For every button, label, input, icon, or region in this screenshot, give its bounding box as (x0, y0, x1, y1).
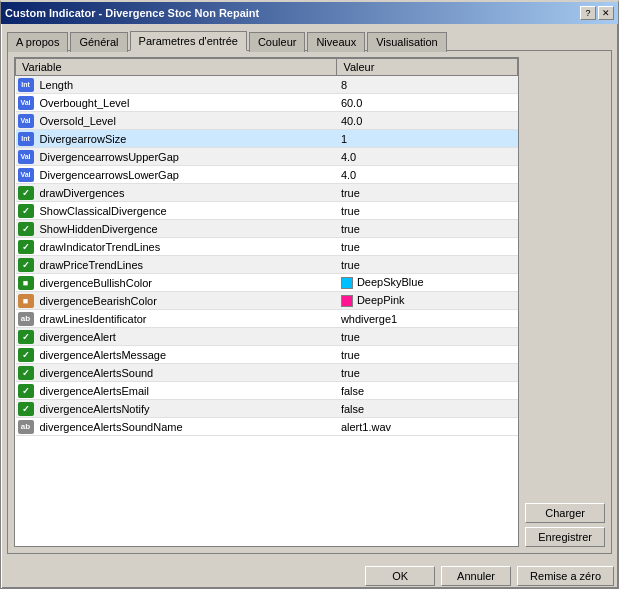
param-value[interactable]: whdiverge1 (337, 310, 518, 328)
row-icon: ✓ (18, 222, 34, 236)
row-icon: ✓ (18, 258, 34, 272)
param-name: ShowClassicalDivergence (36, 202, 337, 220)
right-panel: Charger Enregistrer (525, 57, 605, 547)
param-value[interactable]: true (337, 256, 518, 274)
param-value-text: whdiverge1 (341, 313, 397, 325)
param-name: divergenceAlertsEmail (36, 382, 337, 400)
row-icon: Val (18, 114, 34, 128)
annuler-button[interactable]: Annuler (441, 566, 511, 586)
icon-cell: ✓ (16, 238, 36, 256)
param-name: divergenceAlertsSound (36, 364, 337, 382)
param-value[interactable]: alert1.wav (337, 418, 518, 436)
icon-cell: ✓ (16, 328, 36, 346)
row-icon: ✓ (18, 240, 34, 254)
param-value-text: 40.0 (341, 115, 362, 127)
charger-button[interactable]: Charger (525, 503, 605, 523)
param-value[interactable]: true (337, 184, 518, 202)
params-table: Variable Valeur IntLength8ValOverbought_… (15, 58, 518, 436)
param-value-text: true (341, 223, 360, 235)
enregistrer-button[interactable]: Enregistrer (525, 527, 605, 547)
param-value[interactable]: true (337, 328, 518, 346)
param-value[interactable]: true (337, 220, 518, 238)
remise-button[interactable]: Remise a zéro (517, 566, 614, 586)
param-value[interactable]: true (337, 202, 518, 220)
tab-parametres[interactable]: Parametres d'entrée (130, 31, 247, 51)
param-value-text: DeepPink (357, 294, 405, 306)
icon-cell: ✓ (16, 184, 36, 202)
color-swatch (341, 277, 353, 289)
param-value[interactable]: false (337, 400, 518, 418)
row-icon: ✓ (18, 204, 34, 218)
icon-cell: ✓ (16, 220, 36, 238)
param-value[interactable]: DeepPink (337, 292, 518, 310)
param-value[interactable]: 4.0 (337, 148, 518, 166)
param-value[interactable]: 4.0 (337, 166, 518, 184)
param-value-text: true (341, 259, 360, 271)
param-value[interactable]: 8 (337, 76, 518, 94)
title-controls: ? ✕ (580, 6, 614, 20)
icon-cell: ✓ (16, 256, 36, 274)
param-name: divergenceAlertsMessage (36, 346, 337, 364)
icon-cell: ✓ (16, 346, 36, 364)
ok-button[interactable]: OK (365, 566, 435, 586)
param-value[interactable]: false (337, 382, 518, 400)
row-icon: Int (18, 132, 34, 146)
col-variable-header: Variable (16, 59, 337, 76)
col-valeur-header: Valeur (337, 59, 518, 76)
param-name: Length (36, 76, 337, 94)
param-name: DivergencearrowsUpperGap (36, 148, 337, 166)
param-name: drawDivergences (36, 184, 337, 202)
param-value[interactable]: true (337, 346, 518, 364)
param-value-text: true (341, 241, 360, 253)
param-value[interactable]: 1 (337, 130, 518, 148)
icon-cell: ■ (16, 292, 36, 310)
param-name: divergenceAlertsNotify (36, 400, 337, 418)
param-value-text: DeepSkyBlue (357, 276, 424, 288)
title-bar: Custom Indicator - Divergence Stoc Non R… (1, 2, 618, 24)
param-value[interactable]: DeepSkyBlue (337, 274, 518, 292)
param-value-text: 4.0 (341, 151, 356, 163)
tab-apropos[interactable]: A propos (7, 32, 68, 52)
param-value[interactable]: 60.0 (337, 94, 518, 112)
param-name: divergenceBearishColor (36, 292, 337, 310)
params-table-container[interactable]: Variable Valeur IntLength8ValOverbought_… (14, 57, 519, 547)
row-icon: Val (18, 96, 34, 110)
tab-panel: Variable Valeur IntLength8ValOverbought_… (7, 50, 612, 554)
param-value-text: 4.0 (341, 169, 356, 181)
param-name: drawLinesIdentificator (36, 310, 337, 328)
close-button[interactable]: ✕ (598, 6, 614, 20)
bottom-bar: OK Annuler Remise a zéro (1, 560, 618, 588)
param-name: DivergencearrowsLowerGap (36, 166, 337, 184)
tab-couleur[interactable]: Couleur (249, 32, 306, 52)
param-name: divergenceBullishColor (36, 274, 337, 292)
icon-cell: Int (16, 76, 36, 94)
icon-cell: ✓ (16, 364, 36, 382)
row-icon: ab (18, 312, 34, 326)
param-value-text: true (341, 349, 360, 361)
param-name: Overbought_Level (36, 94, 337, 112)
tab-general[interactable]: Général (70, 32, 127, 52)
window-content: A propos Général Parametres d'entrée Cou… (1, 24, 618, 560)
tab-bar: A propos Général Parametres d'entrée Cou… (7, 30, 612, 50)
param-name: divergenceAlert (36, 328, 337, 346)
param-value[interactable]: 40.0 (337, 112, 518, 130)
row-icon: ✓ (18, 330, 34, 344)
param-value-text: false (341, 385, 364, 397)
row-icon: ✓ (18, 384, 34, 398)
help-button[interactable]: ? (580, 6, 596, 20)
tab-visualisation[interactable]: Visualisation (367, 32, 447, 52)
row-icon: ✓ (18, 402, 34, 416)
tab-niveaux[interactable]: Niveaux (307, 32, 365, 52)
param-name: Oversold_Level (36, 112, 337, 130)
icon-cell: Val (16, 166, 36, 184)
param-value[interactable]: true (337, 364, 518, 382)
row-icon: ■ (18, 294, 34, 308)
row-icon: Int (18, 78, 34, 92)
param-value-text: 60.0 (341, 97, 362, 109)
icon-cell: ✓ (16, 382, 36, 400)
param-name: DivergearrowSize (36, 130, 337, 148)
param-name: divergenceAlertsSoundName (36, 418, 337, 436)
param-value[interactable]: true (337, 238, 518, 256)
row-icon: Val (18, 168, 34, 182)
icon-cell: ab (16, 310, 36, 328)
